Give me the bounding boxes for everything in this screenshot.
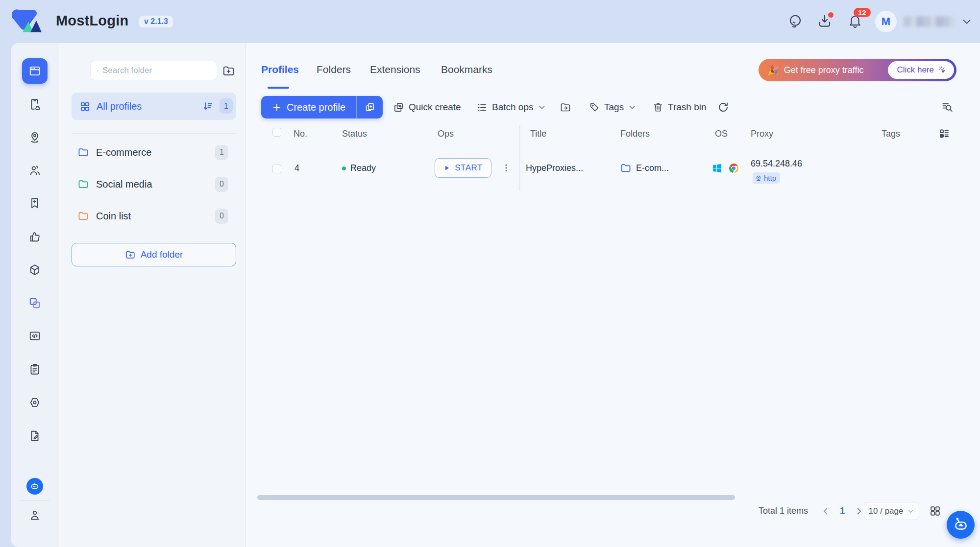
tab-profiles[interactable]: Profiles bbox=[261, 64, 299, 75]
quick-create-label: Quick create bbox=[409, 102, 461, 113]
row-checkbox[interactable] bbox=[272, 165, 281, 173]
assistant-robot-button[interactable] bbox=[947, 511, 975, 539]
proxy-type-badge: http bbox=[753, 172, 780, 184]
proxy-promo-banner[interactable]: 🎉 Get free proxy traffic Click here bbox=[759, 59, 956, 81]
move-to-folder-button[interactable] bbox=[560, 96, 571, 119]
notifications-bell-icon[interactable]: 12 bbox=[848, 14, 862, 28]
column-proxy[interactable]: Proxy bbox=[751, 129, 773, 139]
folder-search bbox=[90, 61, 217, 80]
all-profiles-label: All profiles bbox=[97, 101, 142, 112]
folder-icon bbox=[77, 210, 89, 222]
current-page[interactable]: 1 bbox=[840, 506, 845, 516]
party-popper-icon: 🎉 bbox=[767, 65, 779, 76]
grid-view-icon[interactable] bbox=[929, 505, 941, 517]
tab-folders[interactable]: Folders bbox=[317, 64, 351, 75]
all-profiles-count: 1 bbox=[220, 98, 233, 114]
sidebar-item-apps[interactable] bbox=[24, 292, 46, 314]
rail-divider bbox=[20, 500, 50, 501]
plus-icon bbox=[272, 102, 282, 112]
quick-create-icon bbox=[393, 102, 404, 113]
location-pin-icon bbox=[28, 131, 41, 143]
sidebar-item-api[interactable] bbox=[24, 325, 46, 347]
tag-icon bbox=[589, 102, 600, 113]
folder-item-social-media[interactable]: Social media 0 bbox=[72, 171, 236, 197]
click-here-button[interactable]: Click here bbox=[888, 61, 954, 79]
app-title: MostLogin bbox=[56, 13, 128, 29]
sidebar-item-settings[interactable] bbox=[24, 392, 46, 413]
download-alert-dot bbox=[828, 12, 833, 18]
folder-count: 1 bbox=[215, 145, 228, 160]
copy-plus-icon bbox=[365, 102, 375, 113]
app-header: MostLogin v 2.1.3 12 M bbox=[0, 0, 980, 43]
column-tags[interactable]: Tags bbox=[882, 129, 900, 139]
column-no[interactable]: No. bbox=[294, 129, 307, 139]
download-icon[interactable] bbox=[817, 14, 832, 28]
app-logo bbox=[12, 7, 44, 35]
clone-profile-button[interactable] bbox=[356, 96, 383, 119]
support-headset-icon[interactable] bbox=[788, 14, 803, 28]
robot-icon bbox=[29, 481, 40, 492]
prev-page-icon[interactable] bbox=[820, 506, 831, 517]
new-folder-icon[interactable] bbox=[222, 64, 235, 77]
sidebar-item-team[interactable] bbox=[24, 160, 46, 181]
notification-count-badge: 12 bbox=[854, 8, 871, 17]
play-icon bbox=[443, 165, 450, 171]
sidebar-item-bookmarks[interactable] bbox=[24, 192, 46, 214]
sort-descending-icon[interactable] bbox=[202, 100, 214, 112]
account-chevron-down-icon[interactable] bbox=[961, 16, 972, 27]
add-folder-button[interactable]: Add folder bbox=[72, 243, 236, 266]
person-icon bbox=[28, 509, 41, 522]
table-row[interactable]: 4 Ready START HypeProxies... E-com... bbox=[246, 155, 980, 191]
sidebar-item-profiles[interactable] bbox=[22, 58, 48, 84]
sidebar-item-account[interactable] bbox=[24, 504, 46, 526]
sidebar-item-proxy[interactable] bbox=[24, 126, 46, 148]
column-title[interactable]: Title bbox=[530, 129, 546, 139]
start-profile-button[interactable]: START bbox=[435, 158, 491, 178]
thumbs-up-icon bbox=[28, 230, 41, 243]
column-folders[interactable]: Folders bbox=[620, 129, 650, 139]
row-more-menu-icon[interactable] bbox=[498, 160, 514, 176]
avatar[interactable]: M bbox=[875, 11, 897, 32]
click-here-label: Click here bbox=[897, 65, 934, 75]
gear-icon bbox=[28, 396, 41, 409]
panel-divider bbox=[72, 133, 236, 134]
sidebar-item-notes[interactable] bbox=[24, 425, 46, 447]
folder-item-coin-list[interactable]: Coin list 0 bbox=[72, 203, 236, 229]
next-page-icon[interactable] bbox=[854, 506, 864, 517]
sidebar-item-packages[interactable] bbox=[24, 259, 46, 281]
sidebar-item-all-profiles[interactable]: All profiles 1 bbox=[72, 93, 236, 120]
quick-create-button[interactable]: Quick create bbox=[393, 96, 461, 119]
select-all-checkbox[interactable] bbox=[272, 128, 281, 137]
column-os[interactable]: OS bbox=[715, 129, 728, 139]
tab-extensions[interactable]: Extensions bbox=[370, 64, 420, 75]
proxy-type-label: http bbox=[764, 174, 776, 182]
username-redacted bbox=[904, 16, 956, 27]
column-settings-icon[interactable] bbox=[938, 128, 950, 140]
horizontal-scrollbar-thumb[interactable] bbox=[257, 495, 735, 500]
tab-bookmarks[interactable]: Bookmarks bbox=[441, 64, 492, 75]
sidebar-item-logs[interactable] bbox=[24, 358, 46, 380]
column-ops[interactable]: Ops bbox=[438, 129, 454, 139]
sidebar-item-recommend[interactable] bbox=[24, 226, 46, 247]
page-size-select[interactable]: 10 / page bbox=[864, 502, 919, 520]
total-items-label: Total 1 items bbox=[759, 506, 808, 516]
sidebar-item-assistant[interactable] bbox=[26, 478, 43, 495]
column-status[interactable]: Status bbox=[342, 129, 367, 139]
folder-plus-icon bbox=[125, 249, 136, 260]
main-area: Profiles Folders Extensions Bookmarks 🎉 … bbox=[246, 43, 980, 547]
refresh-button[interactable] bbox=[717, 96, 729, 119]
row-folder: E-com... bbox=[636, 163, 669, 173]
search-input[interactable] bbox=[102, 66, 211, 75]
trash-bin-button[interactable]: Trash bin bbox=[653, 96, 707, 119]
bookmark-plus-icon bbox=[28, 197, 41, 210]
sidebar-item-cloud-phone[interactable] bbox=[24, 94, 46, 115]
tags-dropdown[interactable]: Tags bbox=[589, 96, 636, 119]
create-profile-button[interactable]: Create profile bbox=[261, 96, 356, 119]
search-filter-icon[interactable] bbox=[941, 101, 954, 114]
batch-ops-dropdown[interactable]: Batch ops bbox=[476, 96, 546, 119]
click-cursor-icon bbox=[938, 66, 947, 75]
folder-icon bbox=[620, 162, 632, 174]
row-os-icons bbox=[711, 163, 739, 174]
search-icon bbox=[97, 66, 98, 75]
folder-item-ecommerce[interactable]: E-commerce 1 bbox=[72, 140, 236, 165]
